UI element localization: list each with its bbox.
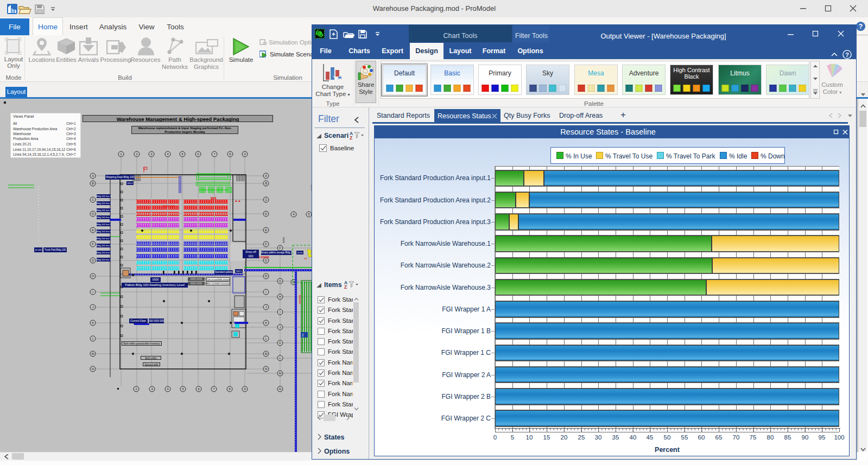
svg-text:W4: W4 [211,196,217,200]
svg-text:N: N [265,367,267,371]
svg-text:C: C [92,198,94,201]
svg-text:D: D [92,212,94,215]
svg-text:B: B [92,182,94,185]
svg-text:Z: Z [350,135,352,140]
svg-text:G: G [92,259,94,262]
svg-text:8: 8 [229,387,230,391]
svg-text:G: G [265,259,267,262]
svg-text:5: 5 [182,387,183,391]
svg-text:L: L [279,356,281,360]
svg-text:Z: Z [344,284,347,289]
svg-text:6: 6 [198,387,199,391]
svg-text:3: 3 [150,152,152,156]
svg-text:9: 9 [244,387,245,391]
svg-text:5: 5 [308,213,309,216]
svg-text:G: G [279,279,281,283]
svg-text:E: E [265,228,267,232]
svg-text:xx: xx [304,257,307,260]
svg-text:K: K [265,321,267,324]
svg-text:D: D [265,212,267,215]
svg-text:?: ? [859,22,863,30]
svg-text:B: B [265,182,267,185]
svg-text:1: 1 [120,152,122,156]
svg-text:L: L [265,337,267,340]
svg-text:4: 4 [167,152,168,156]
svg-text:N: N [279,387,281,391]
svg-text:2: 2 [136,152,137,156]
svg-text:7: 7 [213,387,214,391]
svg-text:H: H [279,295,281,298]
svg-text:7: 7 [213,152,215,156]
svg-text:xxxx: xxxx [282,237,285,243]
svg-text:L: L [92,337,93,340]
svg-text:xxxxxx: xxxxxx [298,295,301,304]
svg-text:M: M [279,372,282,375]
svg-text:2: 2 [302,333,304,337]
svg-text:J: J [265,305,267,309]
svg-text:4: 4 [167,387,168,391]
svg-text:?: ? [845,52,849,58]
svg-text:N: N [92,367,94,371]
svg-text:4: 4 [293,213,294,216]
svg-text:K: K [279,341,281,345]
svg-text:J: J [92,305,94,309]
svg-text:9: 9 [244,152,245,156]
svg-text:2: 2 [135,387,137,391]
svg-text:M: M [265,352,268,355]
svg-text:K: K [92,321,94,324]
svg-text:3: 3 [151,387,153,391]
svg-text:5: 5 [181,152,183,156]
svg-text:M: M [293,281,295,284]
svg-text:A: A [92,174,94,177]
svg-text:6: 6 [197,152,199,156]
svg-text:H: H [92,275,94,278]
svg-text:▲▲: ▲▲ [235,199,241,202]
svg-text:xxxx xx: xxxx xx [163,204,175,208]
svg-text:A: A [265,174,267,177]
svg-text:C: C [265,198,267,201]
svg-text:H: H [265,275,267,278]
svg-text:8: 8 [229,152,231,156]
svg-text:E: E [92,228,94,232]
svg-text:M: M [92,352,94,355]
svg-text:J: J [280,326,281,329]
